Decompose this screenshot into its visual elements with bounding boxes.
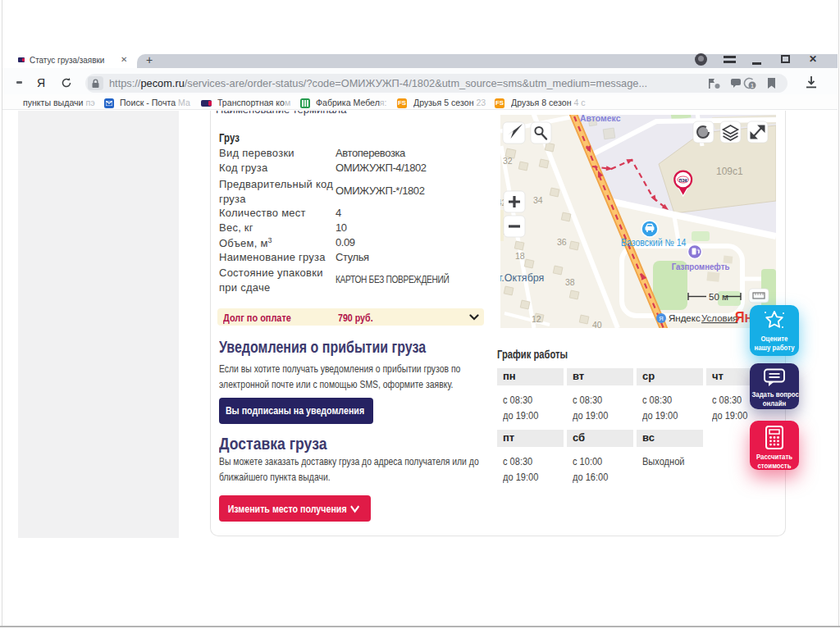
svg-text:Условия: Условия [701,313,737,323]
svg-text:32: 32 [503,156,513,166]
svg-text:Вазовский № 14: Вазовский № 14 [621,237,686,248]
svg-text:34: 34 [533,195,543,205]
svg-text:Яндекс: Яндекс [669,313,701,323]
svg-text:38: 38 [565,277,575,287]
svg-text:18: 18 [515,251,525,261]
svg-text:50 м: 50 м [709,292,728,302]
svg-text:40: 40 [592,320,602,328]
svg-text:пэк: пэк [678,177,687,183]
svg-text:Газпромнефть: Газпромнефть [672,262,730,271]
svg-text:109с1: 109с1 [716,166,743,177]
svg-text:1: 1 [751,82,755,89]
svg-text:36: 36 [557,237,567,247]
svg-text:Автомекс: Автомекс [580,115,620,123]
svg-text:т.Октября: т.Октября [500,272,544,284]
svg-text:12: 12 [532,314,541,324]
svg-text:Я: Я [659,315,663,322]
